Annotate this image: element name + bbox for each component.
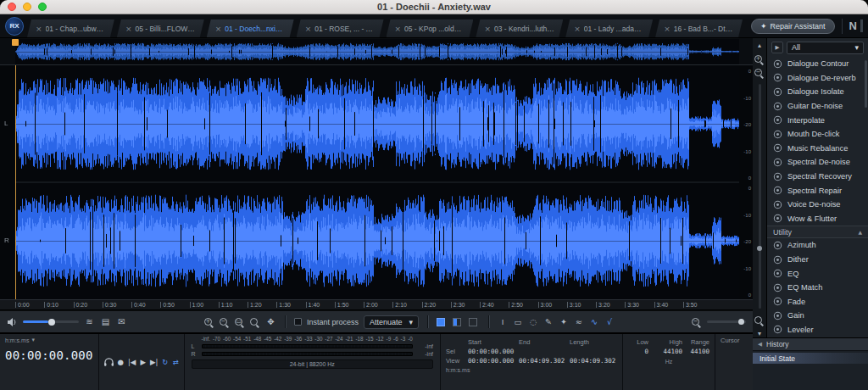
collapse-up-icon[interactable]: ▲ <box>858 229 862 235</box>
collapse-icon[interactable]: ◀ <box>758 341 762 348</box>
history-header[interactable]: ◀ History <box>753 338 868 351</box>
timeline-ruler[interactable]: 0:000:100:200:300:400:501:001:101:201:30… <box>0 299 753 310</box>
module-item-interpolate[interactable]: Interpolate <box>767 113 868 127</box>
close-window-button[interactable] <box>8 3 16 11</box>
play-button[interactable]: ▶ <box>140 358 146 366</box>
monitor-volume-icon[interactable] <box>7 318 18 326</box>
zoom-in-button[interactable]: + <box>204 318 212 326</box>
zoom-fit-button[interactable] <box>250 318 258 326</box>
playhead-time-display[interactable]: 00:00:00.000 <box>5 348 93 362</box>
file-tab[interactable]: ×01 - Doech...nxiety.wav <box>207 20 294 37</box>
module-filter-dropdown[interactable]: All ▾ <box>787 42 864 54</box>
file-tab[interactable]: ×03 - Kendri...luther.wav <box>476 20 563 37</box>
instant-process-checkbox[interactable] <box>294 318 302 326</box>
volume-slider[interactable] <box>23 320 79 323</box>
tab-close-icon[interactable]: × <box>395 25 402 33</box>
module-item-mouth-de-click[interactable]: Mouth De-click <box>767 127 868 142</box>
module-item-dither[interactable]: Dither <box>767 253 868 267</box>
find-similar-tool[interactable]: ≈ <box>574 317 584 326</box>
waveform-canvas[interactable] <box>15 65 739 299</box>
lasso-selection-tool[interactable]: ◌ <box>528 317 538 326</box>
module-item-gain[interactable]: Gain <box>767 309 868 323</box>
utility-section-header[interactable]: Utility▲ <box>767 226 868 238</box>
tab-close-icon[interactable]: × <box>305 25 312 33</box>
module-item-voice-de-noise[interactable]: Voice De-noise <box>767 198 868 212</box>
time-format-selector[interactable]: h:m:s.ms ▾ <box>5 337 93 343</box>
waveform-display[interactable]: L R 0-10-20-1000-10-20-100 <box>0 65 753 299</box>
history-item[interactable]: Initial State <box>753 353 868 364</box>
follow-playhead-button[interactable]: ⇄ <box>172 358 178 366</box>
tab-close-icon[interactable]: × <box>125 25 132 33</box>
module-item-dialogue-isolate[interactable]: Dialogue Isolate <box>767 85 868 99</box>
minimize-window-button[interactable] <box>23 3 31 11</box>
vertical-scrollbar-thumb[interactable] <box>757 246 762 251</box>
file-tab[interactable]: ×01 - ROSE, ... - APT..wav <box>297 20 384 37</box>
module-item-spectral-de-noise[interactable]: Spectral De-noise <box>767 155 868 170</box>
tab-close-icon[interactable]: × <box>215 25 222 33</box>
fullscreen-window-button[interactable] <box>38 3 47 11</box>
vertical-zoom-out-button[interactable]: − <box>754 69 762 76</box>
playhead-marker[interactable] <box>12 39 19 46</box>
repair-assistant-button[interactable]: ✦ Repair Assistant <box>751 19 835 34</box>
overview-waveform-canvas[interactable] <box>15 39 739 64</box>
horizontal-zoom-out-button[interactable]: − <box>692 318 699 326</box>
module-item-dialogue-de-reverb[interactable]: Dialogue De-reverb <box>767 71 868 86</box>
magic-wand-tool[interactable]: ✦ <box>559 317 569 326</box>
loop-playback-button[interactable]: ↻ <box>162 358 168 366</box>
module-item-fade[interactable]: Fade <box>767 295 868 309</box>
scroll-up-icon[interactable]: ▴ <box>758 42 761 49</box>
zoom-out-button[interactable]: − <box>220 318 227 326</box>
file-tab[interactable]: ×05 - KPop ...olden.wav <box>387 20 474 37</box>
playhead-line[interactable] <box>15 65 16 299</box>
file-tab[interactable]: ×01 - Chap...ubway.wav <box>27 20 114 37</box>
draw-curve-tool[interactable]: √ <box>604 317 615 326</box>
file-tab[interactable]: ×01 - Lady ...adabra.wav <box>565 20 653 37</box>
time-selection-tool[interactable]: I <box>498 317 508 326</box>
horizontal-zoom-slider[interactable] <box>707 320 746 323</box>
module-item-wow-flutter[interactable]: Wow & Flutter <box>767 212 868 226</box>
module-item-guitar-de-noise[interactable]: Guitar De-noise <box>767 99 868 114</box>
tab-close-icon[interactable]: × <box>574 25 581 33</box>
record-button[interactable]: ● <box>118 358 124 366</box>
selection-unit-label[interactable]: h:m:s.ms <box>446 367 617 373</box>
spectrogram-view-button[interactable] <box>469 318 477 326</box>
rx-logo[interactable]: RX <box>5 17 24 36</box>
tab-close-icon[interactable]: × <box>36 25 42 33</box>
hand-tool-button[interactable]: ✥ <box>265 317 276 326</box>
module-item-music-rebalance[interactable]: Music Rebalance <box>767 142 868 156</box>
zoom-selection-button[interactable]: ▭ <box>235 318 242 326</box>
vertical-zoom-in-button[interactable]: + <box>754 55 762 63</box>
preview-play-icon[interactable]: ▶ <box>771 42 783 53</box>
monitor-headphones-button[interactable] <box>104 358 114 366</box>
vertical-scrollbar[interactable] <box>759 84 761 309</box>
waveform-view-button[interactable] <box>437 318 445 326</box>
waveform-overview[interactable] <box>0 38 753 65</box>
volume-slider-knob[interactable] <box>48 319 55 326</box>
process-mode-dropdown[interactable]: Attenuate ▾ <box>364 315 419 329</box>
split-view-button[interactable] <box>453 318 461 326</box>
vertical-zoom-fit-button[interactable] <box>754 316 762 324</box>
scroll-down-icon[interactable]: ▾ <box>758 330 761 337</box>
module-item-spectral-recovery[interactable]: Spectral Recovery <box>767 170 868 184</box>
module-item-dialogue-contour[interactable]: Dialogue Contour <box>767 57 868 71</box>
brush-selection-tool[interactable]: ✎ <box>543 317 554 326</box>
feedback-icon[interactable]: ✉ <box>116 317 127 326</box>
next-button[interactable]: ▶| <box>150 358 158 366</box>
tab-close-icon[interactable]: × <box>484 25 491 33</box>
horizontal-zoom-knob[interactable] <box>738 319 744 325</box>
module-item-leveler[interactable]: Leveler <box>767 323 868 337</box>
panel-layout-icon[interactable]: ▤ <box>100 317 111 326</box>
time-frequency-selection-tool[interactable]: ▭ <box>513 317 523 326</box>
file-tab[interactable]: ×16 - Bad B...- DtMF.wav <box>655 20 743 37</box>
previous-button[interactable]: |◀ <box>128 358 136 366</box>
module-item-azimuth[interactable]: Azimuth <box>767 238 868 253</box>
draw-wave-tool[interactable]: ∿ <box>589 317 599 326</box>
waveform-spectrogram-blend-icon[interactable]: ≋ <box>84 317 95 326</box>
file-tab[interactable]: ×05 - Billi...FLOWER.wav <box>117 20 204 37</box>
module-item-eq[interactable]: EQ <box>767 266 868 281</box>
tab-close-icon[interactable]: × <box>664 25 670 33</box>
module-item-spectral-repair[interactable]: Spectral Repair <box>767 183 868 198</box>
tab-label: 03 - Kendri...luther.wav <box>494 25 554 33</box>
module-list-scrollbar[interactable] <box>865 60 867 108</box>
module-item-eq-match[interactable]: EQ Match <box>767 281 868 295</box>
